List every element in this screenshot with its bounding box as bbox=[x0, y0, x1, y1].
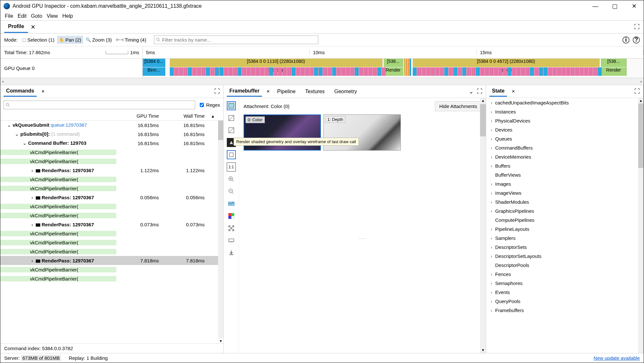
state-item[interactable]: › GraphicsPipelines bbox=[486, 206, 643, 215]
update-link[interactable]: New update available bbox=[594, 355, 640, 361]
timeline-subblock[interactable]: Render bbox=[601, 67, 627, 76]
close-button[interactable]: ✕ bbox=[628, 1, 640, 11]
state-item[interactable]: › Instances bbox=[486, 107, 643, 116]
histogram-icon[interactable] bbox=[227, 199, 236, 208]
state-item[interactable]: › DeviceMemories bbox=[486, 152, 643, 161]
command-row[interactable]: vkCmdPipelineBarrier( bbox=[0, 157, 223, 166]
command-row[interactable]: vkCmdPipelineBarrier( bbox=[0, 274, 223, 283]
scroll-left-icon[interactable]: ‹ bbox=[2, 79, 4, 84]
timeline-block[interactable]: [538... bbox=[601, 59, 627, 67]
fullscreen-icon[interactable]: ⛶ bbox=[634, 24, 640, 30]
framebuffer-scrollbar[interactable]: ▴ ▾ bbox=[480, 98, 486, 353]
command-row[interactable]: vkCmdPipelineBarrier( bbox=[0, 184, 223, 193]
command-row[interactable]: ⌄ vkQueueSubmit queue:1297036716.815ms16… bbox=[0, 121, 223, 130]
tab-profile[interactable]: Profile bbox=[4, 21, 28, 33]
command-row[interactable]: vkCmdPipelineBarrier( bbox=[0, 175, 223, 184]
state-item[interactable]: › Devices bbox=[486, 125, 643, 134]
zoom-actual-icon[interactable]: 1:1 bbox=[227, 162, 236, 172]
menu-view[interactable]: View bbox=[47, 13, 58, 19]
state-item[interactable]: › Samplers bbox=[486, 233, 643, 242]
timeline-block[interactable]: [538... bbox=[384, 59, 403, 67]
state-item[interactable]: ComputePipelines bbox=[486, 215, 643, 224]
close-icon[interactable]: ✕ bbox=[266, 89, 270, 94]
chevron-down-icon[interactable]: ⌄ bbox=[469, 88, 474, 95]
command-row[interactable]: vkCmdPipelineBarrier( bbox=[0, 148, 223, 157]
state-item[interactable]: › Events bbox=[486, 288, 643, 297]
mode-selection[interactable]: ⬚ Selection (1) bbox=[20, 36, 56, 44]
timeline-scrollbar[interactable]: ‹ › bbox=[0, 78, 644, 85]
tab-textures[interactable]: Textures bbox=[303, 87, 327, 96]
state-item[interactable]: › Buffers bbox=[486, 161, 643, 170]
tab-framebuffer[interactable]: Framebuffer bbox=[227, 86, 262, 97]
state-item[interactable]: BufferViews bbox=[486, 170, 643, 179]
command-row[interactable]: vkCmdPipelineBarrier( bbox=[0, 211, 223, 220]
scroll-up-icon[interactable]: ▴ bbox=[210, 113, 216, 119]
state-item[interactable]: DescriptorPools bbox=[486, 260, 643, 270]
timeline-block[interactable]: [5384 0... bbox=[143, 59, 165, 67]
timeline-subblock[interactable]: Binn... bbox=[143, 67, 165, 76]
state-item[interactable]: › cachedUnpackedImageAspectBits bbox=[486, 98, 643, 107]
scroll-down-icon[interactable]: ▾ bbox=[0, 338, 223, 343]
commands-tab[interactable]: Commands bbox=[4, 86, 37, 97]
state-item[interactable]: › PipelineLayouts bbox=[486, 224, 643, 233]
download-icon[interactable] bbox=[227, 248, 236, 257]
shading-wireframe-icon[interactable] bbox=[227, 113, 236, 123]
commands-tree[interactable]: ⌄ vkQueueSubmit queue:1297036716.815ms16… bbox=[0, 121, 223, 338]
command-row[interactable]: vkCmdPipelineBarrier( bbox=[0, 238, 223, 247]
state-item[interactable]: › ShaderModules bbox=[486, 197, 643, 206]
shading-overlay-icon[interactable]: Render shaded geometry and overlay wiref… bbox=[227, 126, 236, 135]
tab-geometry[interactable]: Geometry bbox=[332, 87, 360, 96]
state-item[interactable]: › DescriptorSetLayouts bbox=[486, 251, 643, 260]
channels-icon[interactable] bbox=[227, 211, 236, 221]
filter-tracks-input[interactable] bbox=[154, 35, 318, 44]
fullscreen-icon[interactable]: ⛶ bbox=[214, 88, 220, 95]
state-item[interactable]: › ImageViews bbox=[486, 188, 643, 197]
state-item[interactable]: › DescriptorSets bbox=[486, 242, 643, 251]
state-item[interactable]: › Framebuffers bbox=[486, 306, 643, 315]
menu-file[interactable]: File bbox=[5, 13, 13, 19]
command-row[interactable]: ⌄ pSubmits[0]: (1 command)16.815ms16.815… bbox=[0, 130, 223, 139]
mode-timing[interactable]: ⊢⊣ Timing (4) bbox=[114, 36, 148, 44]
state-item[interactable]: › PhysicalDevices bbox=[486, 116, 643, 125]
close-icon[interactable]: ✕ bbox=[31, 24, 35, 31]
timeline-subblock[interactable]: Render bbox=[384, 67, 403, 76]
gpu-timeline[interactable]: [5384 0...Binn...[5384 0 0 1110] (2280x1… bbox=[143, 59, 644, 78]
state-item[interactable]: › Queues bbox=[486, 134, 643, 143]
menu-edit[interactable]: Edit bbox=[18, 13, 27, 19]
commands-search-input[interactable] bbox=[4, 101, 195, 109]
command-row[interactable]: vkCmdPipelineBarrier( bbox=[0, 229, 223, 238]
minimize-button[interactable]: — bbox=[589, 1, 602, 11]
regex-checkbox[interactable]: Regex bbox=[198, 102, 220, 108]
command-row[interactable]: › RenderPass: 129703677.818ms7.818ms bbox=[0, 256, 223, 265]
flip-icon[interactable] bbox=[227, 236, 236, 245]
zoom-fit-icon[interactable] bbox=[227, 150, 236, 159]
shading-flat-icon[interactable] bbox=[227, 101, 236, 110]
state-item[interactable]: › QueryPools bbox=[486, 297, 643, 306]
state-tree[interactable]: › cachedUnpackedImageAspectBits› Instanc… bbox=[486, 98, 643, 353]
mode-pan[interactable]: ✋ Pan (2) bbox=[57, 36, 83, 44]
menu-goto[interactable]: Goto bbox=[31, 13, 42, 19]
command-row[interactable]: ⌄ Command Buffer: 12970316.815ms16.815ms bbox=[0, 139, 223, 148]
info-icon[interactable]: i bbox=[622, 36, 630, 44]
state-tab[interactable]: State bbox=[489, 86, 507, 97]
fullscreen-icon[interactable]: ⛶ bbox=[477, 88, 483, 95]
close-icon[interactable]: ✕ bbox=[512, 89, 515, 94]
fullscreen-icon[interactable]: ⛶ bbox=[634, 88, 640, 95]
timeline-block[interactable]: [5384 0 0 4672] (2280x1080) bbox=[413, 59, 600, 67]
maximize-button[interactable]: ▢ bbox=[608, 1, 621, 11]
timeline-block[interactable]: [5384 0 0 1110] (2280x1080) bbox=[170, 59, 382, 67]
tab-pipeline[interactable]: Pipeline bbox=[274, 87, 298, 96]
command-row[interactable]: › RenderPass: 129703670.073ms0.073ms bbox=[0, 220, 223, 229]
command-row[interactable]: vkCmdPipelineBarrier( bbox=[0, 265, 223, 274]
state-item[interactable]: › Fences bbox=[486, 270, 643, 279]
state-item[interactable]: › CommandBuffers bbox=[486, 143, 643, 152]
state-item[interactable]: › Images bbox=[486, 179, 643, 188]
hide-attachments-button[interactable]: Hide Attachments bbox=[435, 101, 481, 111]
command-row[interactable]: vkCmdPipelineBarrier( bbox=[0, 247, 223, 256]
scroll-right-icon[interactable]: › bbox=[640, 79, 642, 84]
help-icon[interactable]: ? bbox=[633, 36, 640, 44]
command-row[interactable]: › RenderPass: 129703670.056ms0.056ms bbox=[0, 193, 223, 202]
state-scrollbar[interactable]: ▴ bbox=[638, 98, 643, 353]
command-row[interactable]: vkCmdPipelineBarrier( bbox=[0, 202, 223, 211]
zoom-out-icon[interactable] bbox=[227, 187, 236, 196]
